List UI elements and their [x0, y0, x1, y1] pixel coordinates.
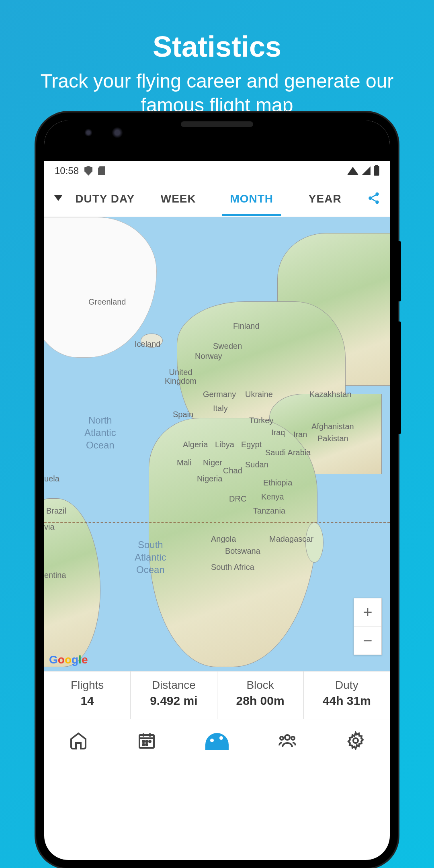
tab-week[interactable]: WEEK: [142, 182, 215, 216]
promo-subtitle: Track your flying career and generate ou…: [0, 63, 434, 117]
map-label: Brazil: [46, 506, 66, 516]
map-label: uela: [44, 474, 59, 483]
map-label: Egypt: [241, 440, 262, 449]
status-bar: 10:58: [44, 161, 390, 181]
map-label: Afghanistan: [311, 422, 354, 431]
nav-home[interactable]: [69, 731, 88, 752]
map-label: Sudan: [245, 460, 268, 469]
svg-point-9: [143, 741, 144, 742]
map-label: Tanzania: [253, 506, 285, 516]
map-label: Iraq: [271, 428, 285, 437]
map-label: Ethiopia: [263, 478, 292, 487]
share-icon: [367, 191, 381, 205]
stat-value: 44h 31m: [304, 694, 390, 708]
svg-line-3: [372, 195, 376, 197]
ocean-label-north-atlantic: NorthAtlanticOcean: [84, 414, 116, 452]
map-label: Spain: [173, 410, 193, 419]
map-label: Sweden: [213, 342, 242, 351]
dashboard-icon: [205, 733, 229, 750]
map-label: Finland: [233, 321, 260, 331]
sd-card-icon: [98, 166, 105, 175]
stat-duty[interactable]: Duty 44h 31m: [304, 671, 390, 719]
map-label: Saudi Arabia: [265, 448, 311, 457]
stat-value: 14: [44, 694, 130, 708]
svg-point-17: [353, 738, 358, 743]
map-label: Iceland: [135, 340, 161, 349]
map-label: Nigeria: [197, 474, 222, 483]
svg-point-15: [280, 737, 283, 740]
map-label: via: [44, 522, 55, 532]
map-label: Libya: [215, 440, 234, 449]
nav-settings[interactable]: [346, 731, 365, 752]
map-label: Greenland: [88, 297, 126, 307]
gear-icon: [346, 731, 365, 750]
map-zoom-controls: + −: [354, 598, 382, 655]
zoom-in-button[interactable]: +: [354, 598, 381, 626]
map-label: Niger: [203, 458, 222, 467]
calendar-icon: [137, 731, 156, 750]
nav-crew[interactable]: [278, 731, 297, 752]
tab-year[interactable]: YEAR: [289, 182, 362, 216]
battery-icon: [374, 166, 379, 176]
svg-point-12: [143, 744, 144, 745]
flight-map[interactable]: Greenland Iceland Finland Sweden Norway …: [44, 217, 390, 671]
promo-title: Statistics: [0, 0, 434, 63]
map-label: Algeria: [183, 440, 208, 449]
map-label: UnitedKingdom: [165, 368, 197, 385]
svg-point-0: [375, 192, 379, 196]
map-label: Ukraine: [245, 390, 273, 399]
signal-icon: [362, 166, 371, 175]
svg-point-14: [285, 735, 290, 740]
stats-summary: Flights 14 Distance 9.492 mi Block 28h 0…: [44, 671, 390, 719]
bottom-nav: [44, 719, 390, 764]
stat-distance[interactable]: Distance 9.492 mi: [131, 671, 217, 719]
map-label: entina: [44, 571, 66, 580]
map-label: Italy: [213, 404, 228, 413]
shield-icon: [84, 166, 92, 176]
status-time: 10:58: [55, 165, 79, 176]
zoom-out-button[interactable]: −: [354, 626, 381, 655]
svg-point-13: [146, 744, 147, 745]
period-tab-bar: DUTY DAY WEEK MONTH YEAR: [44, 181, 390, 217]
svg-point-10: [146, 741, 147, 742]
share-button[interactable]: [362, 191, 386, 207]
equator-line: [44, 522, 390, 523]
home-icon: [69, 731, 88, 750]
map-label: Angola: [211, 534, 236, 544]
map-label: Iran: [293, 430, 307, 439]
stat-label: Block: [217, 679, 303, 692]
stat-value: 28h 00m: [217, 694, 303, 708]
stat-label: Duty: [304, 679, 390, 692]
wifi-icon: [347, 167, 358, 175]
ocean-label-south-atlantic: SouthAtlanticOcean: [135, 538, 166, 576]
map-label: Germany: [203, 390, 236, 399]
tab-duty-day[interactable]: DUTY DAY: [68, 182, 142, 216]
stat-flights[interactable]: Flights 14: [44, 671, 131, 719]
stat-block[interactable]: Block 28h 00m: [217, 671, 304, 719]
map-label: Mali: [177, 458, 192, 467]
map-label: Botswana: [225, 547, 260, 556]
stat-value: 9.492 mi: [131, 694, 217, 708]
map-label: Madagascar: [269, 534, 313, 544]
nav-dashboard[interactable]: [205, 733, 229, 750]
map-label: Turkey: [249, 416, 273, 425]
map-label: Kenya: [261, 492, 284, 502]
google-attribution: Google: [49, 653, 88, 666]
map-label: Kazakhstan: [309, 390, 352, 399]
map-label: Chad: [223, 466, 242, 475]
svg-point-11: [149, 741, 151, 742]
tab-month[interactable]: MONTH: [215, 182, 289, 216]
svg-point-1: [368, 196, 372, 200]
svg-point-2: [375, 200, 379, 204]
map-label: Pakistan: [317, 434, 348, 443]
map-label: DRC: [229, 494, 246, 504]
chevron-down-icon: [54, 195, 62, 201]
stat-label: Distance: [131, 679, 217, 692]
nav-calendar[interactable]: [137, 731, 156, 752]
map-label: South Africa: [211, 563, 254, 572]
period-dropdown[interactable]: [48, 195, 68, 203]
svg-line-4: [372, 199, 376, 201]
people-icon: [278, 731, 297, 750]
map-label: Norway: [195, 352, 222, 361]
phone-frame: 10:58 DUTY DAY WEEK MONTH YEAR: [36, 113, 398, 868]
